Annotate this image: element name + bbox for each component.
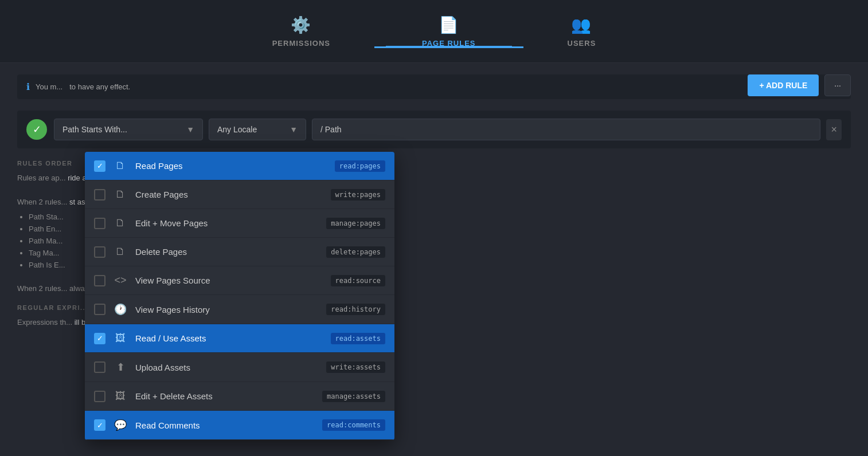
match-chevron-icon: ▼ — [186, 125, 194, 134]
info-text: You m... — [36, 82, 62, 91]
read-comments-label: Read Comments — [135, 420, 314, 430]
rule-locale-label: Any Locale — [217, 125, 257, 134]
delete-pages-icon: 🗋 — [114, 246, 127, 258]
rule-row: ✓ Path Starts With... ▼ Any Locale ▼ / P… — [17, 111, 851, 148]
nav-permissions[interactable]: ⚙️ PERMISSIONS — [226, 15, 376, 48]
rule-selects: Path Starts With... ▼ Any Locale ▼ / Pat… — [54, 119, 842, 140]
nav-page-rules-wrapper: 📄 PAGE RULES — [376, 15, 522, 48]
dropdown-item-edit-move-pages[interactable]: 🗋 Edit + Move Pages manage:pages — [85, 209, 394, 238]
dropdown-item-view-pages-history[interactable]: 🕐 View Pages History read:history — [85, 295, 394, 324]
nav-users-label: USERS — [568, 39, 596, 48]
checkbox-read-pages[interactable] — [94, 160, 105, 172]
rule-toggle[interactable]: ✓ — [26, 119, 47, 140]
edit-delete-assets-icon: 🖼 — [114, 390, 127, 402]
page-rules-icon: 📄 — [439, 15, 459, 34]
view-pages-source-label: View Pages Source — [135, 276, 323, 285]
dropdown-item-upload-assets[interactable]: ⬆ Upload Assets write:assets — [85, 353, 394, 382]
upload-assets-badge: write:assets — [326, 361, 385, 373]
delete-pages-label: Delete Pages — [135, 247, 318, 257]
read-use-assets-badge: read:assets — [331, 333, 385, 344]
nav-users[interactable]: 👥 USERS — [522, 15, 642, 48]
rule-locale-select[interactable]: Any Locale ▼ — [209, 119, 306, 140]
read-pages-badge: read:pages — [335, 160, 385, 172]
dropdown-item-read-pages[interactable]: 🗋 Read Pages read:pages — [85, 152, 394, 180]
checkbox-edit-move-pages[interactable] — [94, 218, 105, 229]
upload-assets-icon: ⬆ — [114, 361, 127, 374]
checkbox-delete-pages[interactable] — [94, 246, 105, 258]
info-text-suffix: to have any effect. — [69, 82, 130, 91]
rule-close-button[interactable]: × — [826, 119, 842, 140]
create-pages-label: Create Pages — [135, 190, 323, 199]
create-pages-icon: 🗋 — [114, 188, 127, 201]
nav-page-rules[interactable]: 📄 PAGE RULES — [376, 15, 522, 48]
checkbox-upload-assets[interactable] — [94, 361, 105, 373]
checkbox-create-pages[interactable] — [94, 189, 105, 201]
info-icon: ℹ — [26, 81, 30, 92]
upload-assets-label: Upload Assets — [135, 363, 318, 372]
edit-delete-assets-label: Edit + Delete Assets — [135, 391, 314, 401]
rule-path-label: / Path — [320, 125, 342, 134]
read-comments-badge: read:comments — [322, 419, 385, 431]
top-right-buttons: + ADD RULE ··· — [748, 74, 851, 96]
dropdown-item-read-use-assets[interactable]: 🖼 Read / Use Assets read:assets — [85, 324, 394, 353]
locale-chevron-icon: ▼ — [290, 125, 298, 134]
read-pages-label: Read Pages — [135, 161, 327, 171]
view-pages-history-badge: read:history — [326, 304, 385, 315]
add-rule-button[interactable]: + ADD RULE — [748, 74, 819, 96]
top-nav: ⚙️ PERMISSIONS 📄 PAGE RULES 👥 USERS — [0, 0, 868, 63]
edit-move-pages-icon: 🗋 — [114, 217, 127, 229]
dropdown-scroll[interactable]: 🗋 Read Pages read:pages 🗋 Create Pages w… — [85, 152, 394, 440]
rule-path-input[interactable]: / Path — [312, 119, 820, 140]
dropdown-item-view-pages-source[interactable]: <> View Pages Source read:source — [85, 266, 394, 295]
toggle-check-icon: ✓ — [33, 123, 41, 136]
dropdown-item-delete-pages[interactable]: 🗋 Delete Pages delete:pages — [85, 238, 394, 266]
view-pages-source-icon: <> — [114, 274, 127, 286]
delete-pages-badge: delete:pages — [326, 246, 385, 258]
dropdown-item-create-pages[interactable]: 🗋 Create Pages write:pages — [85, 180, 394, 209]
main-content: ℹ You m... to have any effect. + ADD RUL… — [0, 63, 868, 456]
checkbox-read-use-assets[interactable] — [94, 333, 105, 344]
nav-active-underline — [374, 46, 523, 48]
edit-delete-assets-badge: manage:assets — [322, 391, 385, 402]
permissions-icon: ⚙️ — [291, 15, 311, 34]
edit-move-pages-badge: manage:pages — [326, 218, 385, 229]
view-pages-history-label: View Pages History — [135, 305, 318, 315]
view-pages-source-badge: read:source — [331, 275, 385, 286]
read-comments-icon: 💬 — [114, 419, 127, 431]
view-pages-history-icon: 🕐 — [114, 303, 127, 316]
read-pages-icon: 🗋 — [114, 160, 127, 172]
create-pages-badge: write:pages — [331, 189, 385, 201]
edit-move-pages-label: Edit + Move Pages — [135, 218, 318, 228]
checkbox-read-comments[interactable] — [94, 419, 105, 431]
more-options-button[interactable]: ··· — [824, 74, 851, 96]
info-bar: ℹ You m... to have any effect. — [17, 74, 851, 99]
checkbox-edit-delete-assets[interactable] — [94, 391, 105, 402]
checkbox-view-pages-source[interactable] — [94, 275, 105, 286]
nav-permissions-label: PERMISSIONS — [272, 39, 330, 48]
dropdown-item-edit-delete-assets[interactable]: 🖼 Edit + Delete Assets manage:assets — [85, 382, 394, 411]
rule-match-select[interactable]: Path Starts With... ▼ — [54, 119, 203, 140]
checkbox-view-pages-history[interactable] — [94, 304, 105, 315]
rule-match-label: Path Starts With... — [62, 125, 127, 134]
dropdown-overlay: 🗋 Read Pages read:pages 🗋 Create Pages w… — [85, 152, 394, 440]
users-icon: 👥 — [571, 15, 592, 34]
read-use-assets-icon: 🖼 — [114, 332, 127, 344]
dropdown-item-read-comments[interactable]: 💬 Read Comments read:comments — [85, 411, 394, 440]
read-use-assets-label: Read / Use Assets — [135, 333, 323, 343]
